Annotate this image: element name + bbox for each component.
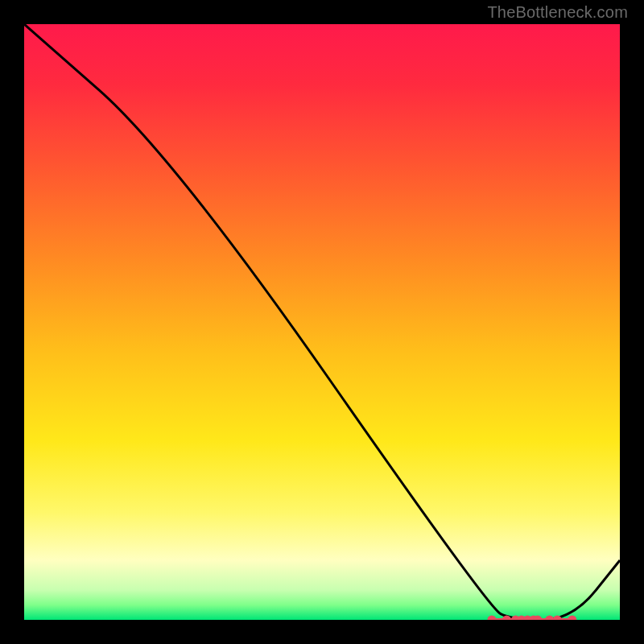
plot-area <box>24 24 620 620</box>
chart-container: TheBottleneck.com <box>0 0 644 644</box>
gradient-background <box>24 24 620 620</box>
chart-svg <box>24 24 620 620</box>
watermark-text: TheBottleneck.com <box>487 3 628 22</box>
